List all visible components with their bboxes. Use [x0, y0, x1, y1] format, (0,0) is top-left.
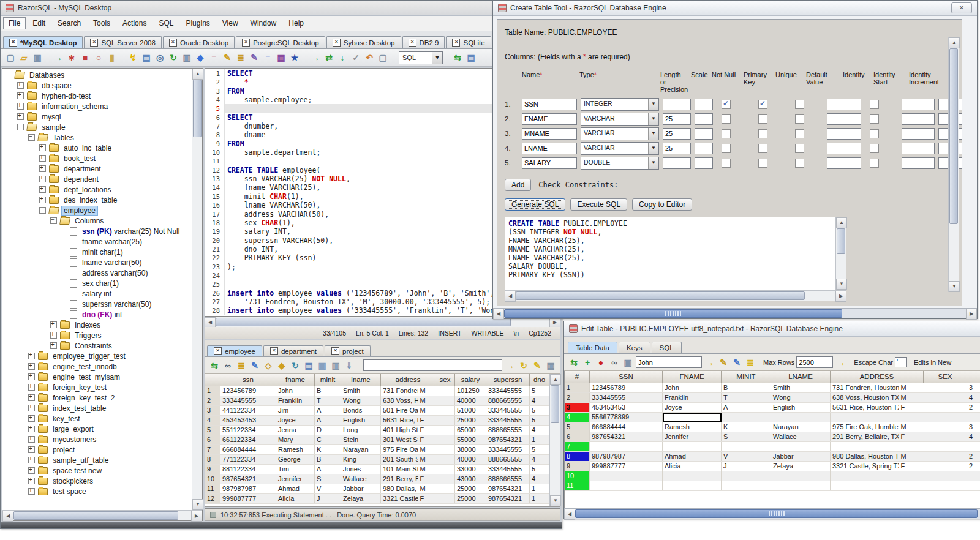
column-header[interactable]: SSN: [590, 371, 663, 383]
column-header[interactable]: [967, 371, 980, 383]
undo-icon[interactable]: ↶: [363, 51, 375, 64]
tree-expander-icon[interactable]: [28, 353, 35, 359]
column-type-select[interactable]: VARCHAR ▼: [581, 113, 659, 126]
alter-table-icon[interactable]: ▦: [275, 51, 287, 64]
tree-expander-icon[interactable]: [17, 113, 24, 120]
table-row[interactable]: 11: [565, 481, 980, 491]
connection-tab[interactable]: ✕ *MySQL Desktop: [3, 36, 83, 48]
create-table-titlebar[interactable]: Create Table Tool - RazorSQL Database En…: [493, 1, 977, 16]
row-number[interactable]: 6: [205, 435, 221, 444]
fetch-all-icon[interactable]: ↓: [336, 51, 349, 64]
tree-expander-icon[interactable]: [28, 446, 35, 453]
row-number[interactable]: 12: [205, 494, 221, 503]
row-number[interactable]: 1: [205, 386, 221, 396]
tree-expander-icon[interactable]: [61, 291, 67, 296]
scroll-left-icon[interactable]: ◀: [493, 309, 504, 320]
tree-item[interactable]: Columns: [2, 216, 192, 226]
primary-key-checkbox[interactable]: [758, 144, 767, 153]
transform-icon[interactable]: ↻: [518, 359, 530, 372]
primary-key-checkbox[interactable]: [758, 114, 767, 124]
identity-checkbox[interactable]: [870, 100, 879, 109]
view-row-icon[interactable]: ∞: [608, 356, 620, 369]
row-number[interactable]: 8: [565, 452, 590, 461]
primary-key-checkbox[interactable]: [758, 129, 767, 138]
tree-expander-icon[interactable]: [61, 249, 67, 255]
menu-item[interactable]: Window: [245, 17, 282, 29]
tree-expander-icon[interactable]: [50, 321, 57, 328]
execute-lightning-icon[interactable]: ↯: [127, 51, 139, 64]
action-button[interactable]: Execute SQL: [570, 198, 627, 211]
close-tab-icon[interactable]: ✕: [333, 39, 341, 47]
tree-item[interactable]: Tables: [2, 132, 192, 143]
connection-tab[interactable]: ✕ Sybase Desktop: [326, 36, 401, 48]
chevron-down-icon[interactable]: ▼: [648, 157, 658, 169]
tree-item[interactable]: engine_test_myisam: [2, 372, 192, 382]
window-horizontal-scrollbar[interactable]: ◀: [564, 508, 980, 519]
results-refresh-icon[interactable]: ⇆: [208, 359, 221, 372]
tree-expander-icon[interactable]: [17, 103, 24, 110]
chevron-down-icon[interactable]: ▼: [648, 128, 658, 140]
scroll-left-icon[interactable]: ◀: [2, 511, 13, 522]
connections-icon[interactable]: ⇆: [451, 51, 464, 64]
scale-input[interactable]: [695, 113, 713, 125]
scroll-down-icon[interactable]: ▼: [550, 495, 561, 506]
tree-expander-icon[interactable]: [17, 82, 24, 89]
db-stack-icon[interactable]: ≡: [208, 51, 220, 64]
tree-item[interactable]: address varchar(50): [2, 268, 192, 278]
table-row[interactable]: 9 881122334TimAJones101 Main St, Dallas …: [205, 465, 549, 474]
tree-expander-icon[interactable]: [28, 394, 35, 401]
table-row[interactable]: 5 666884444RameshKNarayan975 Fire Oak, H…: [565, 422, 980, 432]
tree-item[interactable]: book_test: [2, 153, 192, 163]
sql-mode-select[interactable]: SQL ▼: [399, 51, 443, 64]
go-icon[interactable]: →: [704, 356, 716, 369]
identity-start-input[interactable]: [902, 113, 935, 125]
unique-checkbox[interactable]: [795, 129, 804, 138]
tree-expander-icon[interactable]: [17, 92, 24, 99]
tree-item[interactable]: superssn varchar(50): [2, 299, 192, 309]
delete-row-icon[interactable]: ●: [595, 356, 607, 369]
tab[interactable]: SQL: [652, 342, 682, 353]
tree-horizontal-scrollbar[interactable]: ◀ ▶: [2, 510, 202, 520]
go-icon[interactable]: →: [504, 359, 516, 372]
db-sync-icon[interactable]: ↻: [289, 359, 301, 372]
menu-item[interactable]: Tools: [88, 17, 116, 29]
row-number[interactable]: 2: [205, 396, 221, 405]
column-header[interactable]: LNAME: [771, 371, 831, 383]
tree-expander-icon[interactable]: [50, 332, 57, 339]
query-results-icon[interactable]: ▤: [140, 51, 153, 64]
row-number[interactable]: 3: [565, 403, 590, 412]
tree-expander-icon[interactable]: [61, 228, 67, 234]
column-type-select[interactable]: VARCHAR ▼: [581, 142, 659, 155]
window-icon[interactable]: ▣: [316, 359, 328, 372]
edit-sql-icon[interactable]: ✎: [248, 51, 260, 64]
tree-expander-icon[interactable]: [61, 239, 67, 244]
tree-expander-icon[interactable]: [28, 426, 35, 432]
table-row[interactable]: 10 987654321JenniferSWallace291 Berry, B…: [205, 474, 549, 484]
column-header[interactable]: ADDRESS: [831, 371, 924, 383]
scroll-up-icon[interactable]: ▲: [192, 69, 203, 80]
edit-copy-icon[interactable]: ✎: [249, 359, 261, 372]
not-null-checkbox[interactable]: [722, 114, 731, 124]
column-header[interactable]: ssn: [221, 374, 276, 386]
chevron-down-icon[interactable]: ▼: [432, 52, 442, 64]
transaction-icon[interactable]: ▮: [106, 51, 118, 64]
close-tab-icon[interactable]: ✕: [214, 347, 222, 355]
column-header[interactable]: SEX: [924, 371, 967, 383]
tree-expander-icon[interactable]: [39, 155, 46, 162]
default-value-input[interactable]: [827, 128, 861, 140]
tree-expander-icon[interactable]: [17, 124, 24, 130]
column-header[interactable]: FNAME: [663, 371, 722, 383]
tree-item[interactable]: key_test: [2, 413, 192, 424]
column-name-input[interactable]: [522, 157, 577, 169]
table-row[interactable]: 6 661122334MaryCStein301 West St. Housto…: [205, 435, 549, 445]
column-name-input[interactable]: [522, 143, 577, 154]
go-icon[interactable]: →: [835, 356, 847, 369]
menu-item[interactable]: Edit: [27, 17, 51, 29]
default-value-input[interactable]: [827, 99, 861, 110]
table-row[interactable]: 1 123456789JohnBSmith731 Fondren, Housto…: [565, 383, 980, 393]
action-button[interactable]: Generate SQL: [505, 198, 565, 211]
table-row[interactable]: 3 453453453JoyceAEnglish5631 Rice, Houst…: [565, 403, 980, 413]
row-number[interactable]: 4: [205, 416, 221, 425]
table-row[interactable]: 4 5566778899: [565, 413, 980, 422]
results-tab[interactable]: ✕ project: [325, 345, 371, 356]
